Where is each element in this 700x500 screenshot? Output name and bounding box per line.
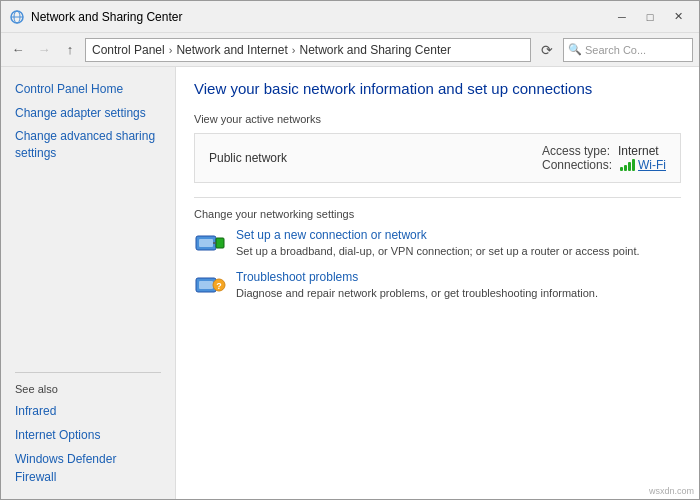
troubleshoot-icon: ? [194,270,226,302]
active-networks-label: View your active networks [194,113,681,125]
breadcrumb-current: Network and Sharing Center [299,43,450,57]
sidebar-link-adapter-settings[interactable]: Change adapter settings [1,101,175,125]
window-icon [9,9,25,25]
breadcrumb-sep-2: › [292,44,296,56]
wifi-bars-icon [620,158,635,171]
page-title: View your basic network information and … [194,79,681,99]
section-divider [194,197,681,198]
sidebar-link-infrared[interactable]: Infrared [15,399,161,423]
minimize-button[interactable]: ─ [609,7,635,27]
setting-item-troubleshoot: ? Troubleshoot problems Diagnose and rep… [194,270,681,302]
svg-rect-6 [216,238,224,248]
up-button[interactable]: ↑ [59,39,81,61]
sidebar-link-advanced-sharing[interactable]: Change advanced sharingsettings [1,125,175,165]
sidebar-link-control-panel-home[interactable]: Control Panel Home [1,77,175,101]
breadcrumb-bar[interactable]: Control Panel › Network and Internet › N… [85,38,531,62]
wifi-label[interactable]: Wi-Fi [638,158,666,172]
access-type-value: Internet [618,144,659,158]
sidebar-link-internet-options[interactable]: Internet Options [15,423,161,447]
breadcrumb-network-internet[interactable]: Network and Internet [176,43,287,57]
search-placeholder: Search Co... [585,44,646,56]
refresh-button[interactable]: ⟳ [535,38,559,62]
wifi-bar-1 [620,167,623,171]
new-connection-desc: Set up a broadband, dial-up, or VPN conn… [236,245,640,257]
svg-rect-9 [199,281,213,289]
window-title: Network and Sharing Center [31,10,609,24]
network-info: Access type: Internet Connections: [542,144,666,172]
setting-item-new-connection: Set up a new connection or network Set u… [194,228,681,260]
main-layout: Control Panel Home Change adapter settin… [1,67,699,499]
sidebar-link-firewall[interactable]: Windows Defender Firewall [15,447,161,489]
window: Network and Sharing Center ─ □ ✕ ← → ↑ C… [0,0,700,500]
troubleshoot-link[interactable]: Troubleshoot problems [236,270,681,284]
new-connection-link[interactable]: Set up a new connection or network [236,228,681,242]
connections-label: Connections: [542,158,612,172]
sidebar-see-also: See also Infrared Internet Options Windo… [15,372,161,489]
sidebar: Control Panel Home Change adapter settin… [1,67,176,499]
close-button[interactable]: ✕ [665,7,691,27]
troubleshoot-text: Troubleshoot problems Diagnose and repai… [236,270,681,301]
access-type-label: Access type: [542,144,610,158]
content-area: View your basic network information and … [176,67,699,499]
wifi-bar-3 [628,162,631,171]
title-bar: Network and Sharing Center ─ □ ✕ [1,1,699,33]
search-box[interactable]: 🔍 Search Co... [563,38,693,62]
new-connection-text: Set up a new connection or network Set u… [236,228,681,259]
network-name: Public network [209,151,542,165]
change-settings-title: Change your networking settings [194,208,681,220]
window-controls: ─ □ ✕ [609,7,691,27]
wifi-bar-2 [624,165,627,171]
connections-row: Connections: Wi-Fi [542,158,666,172]
back-button[interactable]: ← [7,39,29,61]
search-icon: 🔍 [568,43,582,56]
svg-rect-5 [199,239,213,247]
see-also-title: See also [15,383,161,395]
forward-button[interactable]: → [33,39,55,61]
connections-value: Wi-Fi [620,158,666,172]
wifi-bar-4 [632,159,635,171]
breadcrumb-control-panel[interactable]: Control Panel [92,43,165,57]
watermark: wsxdn.com [649,486,694,496]
access-type-row: Access type: Internet [542,144,659,158]
new-connection-icon [194,228,226,260]
breadcrumb-sep-1: › [169,44,173,56]
maximize-button[interactable]: □ [637,7,663,27]
troubleshoot-desc: Diagnose and repair network problems, or… [236,287,598,299]
address-bar: ← → ↑ Control Panel › Network and Intern… [1,33,699,67]
network-box: Public network Access type: Internet Con… [194,133,681,183]
svg-text:?: ? [216,281,222,291]
